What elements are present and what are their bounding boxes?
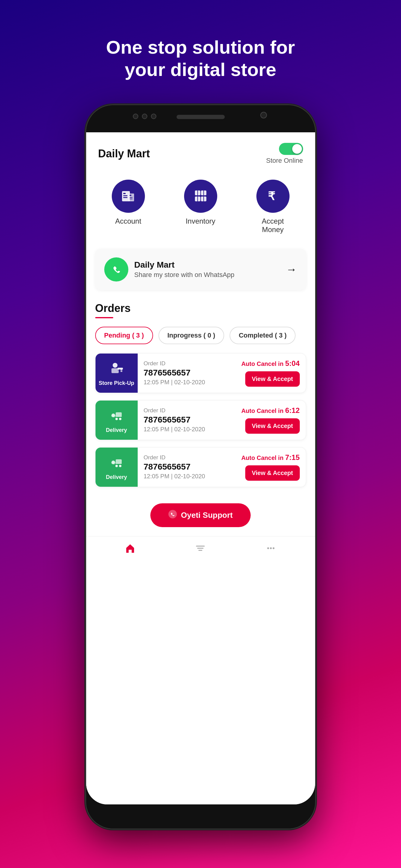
- filter-icon: [195, 542, 206, 557]
- whatsapp-text: Daily Mart Share my store with on WhatsA…: [134, 260, 280, 279]
- svg-rect-21: [121, 368, 122, 372]
- notch-dot-3: [151, 114, 156, 119]
- order-2-id-label: Order ID: [144, 407, 229, 414]
- nav-more[interactable]: [265, 542, 276, 557]
- svg-rect-25: [116, 412, 122, 416]
- phone-screen: Daily Mart Store Online: [86, 132, 315, 804]
- svg-rect-3: [123, 197, 128, 198]
- order-1-id-label: Order ID: [144, 360, 229, 367]
- whatsapp-card[interactable]: Daily Mart Share my store with on WhatsA…: [95, 249, 306, 290]
- phone-bottom-bar: [86, 804, 315, 829]
- order-card-2: Delivery Order ID 7876565657 12:05 PM | …: [95, 400, 306, 440]
- delivery-2-label: Delivery: [106, 474, 127, 480]
- whatsapp-title: Daily Mart: [134, 260, 280, 270]
- order-2-info: Order ID 7876565657 12:05 PM | 02-10-202…: [138, 402, 235, 438]
- order-2-time: 12:05 PM | 02-10-2020: [144, 426, 229, 433]
- icon-item-accept-money[interactable]: ₹ AcceptMoney: [256, 180, 290, 234]
- phone-icon: [168, 510, 177, 521]
- order-3-view-accept[interactable]: View & Accept: [245, 465, 300, 481]
- svg-rect-5: [130, 195, 131, 196]
- order-1-actions: Auto Cancel in 5:04 View & Accept: [235, 354, 306, 392]
- app-header: Daily Mart Store Online: [86, 132, 315, 170]
- notch-dots: [133, 114, 156, 119]
- order-3-id: 7876565657: [144, 462, 229, 472]
- order-3-info: Order ID 7876565657 12:05 PM | 02-10-202…: [138, 449, 235, 485]
- tab-pending[interactable]: Pending ( 3 ): [95, 327, 153, 344]
- svg-point-24: [111, 413, 115, 417]
- svg-point-18: [113, 363, 118, 368]
- orders-underline: [95, 317, 113, 318]
- support-section: Oyeti Support: [86, 497, 315, 536]
- order-card-3: Delivery Order ID 7876565657 12:05 PM | …: [95, 447, 306, 487]
- svg-point-17: [109, 262, 124, 277]
- delivery-icon-2: [109, 454, 124, 472]
- order-type-badge-delivery-1: Delivery: [96, 401, 138, 440]
- app-content: Daily Mart Store Online: [86, 132, 315, 804]
- account-label: Account: [115, 217, 141, 225]
- svg-text:₹: ₹: [268, 190, 275, 203]
- svg-point-30: [111, 461, 115, 464]
- phone-shell: Daily Mart Store Online: [86, 105, 315, 829]
- account-icon: [112, 180, 145, 213]
- orders-title: Orders: [95, 302, 306, 315]
- svg-point-41: [273, 547, 274, 549]
- svg-rect-22: [118, 370, 123, 371]
- toggle-switch[interactable]: [279, 143, 303, 155]
- whatsapp-subtitle: Share my store with on WhatsApp: [134, 271, 280, 279]
- icons-row: Account: [86, 170, 315, 246]
- order-2-auto-cancel: Auto Cancel in 6:12: [241, 406, 300, 415]
- inventory-icon: [184, 180, 217, 213]
- order-2-id: 7876565657: [144, 415, 229, 425]
- svg-point-32: [115, 465, 118, 467]
- svg-rect-1: [123, 193, 126, 194]
- phone-top-bar: [86, 105, 315, 132]
- inventory-label: Inventory: [186, 217, 215, 225]
- order-type-badge-delivery-2: Delivery: [96, 447, 138, 487]
- delivery-1-label: Delivery: [106, 427, 127, 433]
- svg-rect-31: [116, 459, 122, 464]
- order-2-view-accept[interactable]: View & Accept: [245, 418, 300, 434]
- notch-dot-1: [133, 114, 138, 119]
- notch-camera: [260, 112, 267, 119]
- tab-inprogress[interactable]: Inprogress ( 0 ): [159, 327, 225, 344]
- svg-point-40: [270, 547, 272, 549]
- support-label: Oyeti Support: [181, 510, 233, 520]
- support-button[interactable]: Oyeti Support: [151, 503, 251, 527]
- icon-item-inventory[interactable]: Inventory: [184, 180, 217, 234]
- bottom-nav: [86, 536, 315, 563]
- svg-point-27: [119, 418, 122, 420]
- order-1-view-accept[interactable]: View & Accept: [245, 371, 300, 387]
- order-3-id-label: Order ID: [144, 454, 229, 461]
- tab-completed[interactable]: Completed ( 3 ): [230, 327, 296, 344]
- order-1-id: 7876565657: [144, 368, 229, 378]
- icon-item-account[interactable]: Account: [112, 180, 145, 234]
- order-1-time: 12:05 PM | 02-10-2020: [144, 379, 229, 386]
- order-type-badge-pickup: Store Pick-Up: [96, 353, 138, 393]
- svg-rect-6: [130, 197, 133, 198]
- accept-money-label: AcceptMoney: [262, 217, 284, 234]
- order-2-actions: Auto Cancel in 6:12 View & Accept: [235, 401, 306, 438]
- toggle-label: Store Online: [266, 157, 303, 164]
- order-3-time: 12:05 PM | 02-10-2020: [144, 473, 229, 480]
- more-icon: [265, 542, 276, 557]
- svg-rect-2: [123, 195, 128, 196]
- toggle-area: Store Online: [266, 143, 303, 164]
- order-1-auto-cancel: Auto Cancel in 5:04: [241, 359, 300, 368]
- headline: One stop solution for your digital store: [95, 36, 306, 81]
- pickup-label: Store Pick-Up: [99, 380, 134, 386]
- nav-home[interactable]: [125, 542, 136, 557]
- svg-point-26: [115, 418, 118, 420]
- nav-filter[interactable]: [195, 542, 206, 557]
- home-icon: [125, 542, 136, 557]
- accept-money-icon: ₹: [256, 180, 290, 213]
- order-3-actions: Auto Cancel in 7:15 View & Accept: [235, 448, 306, 486]
- filter-tabs: Pending ( 3 ) Inprogress ( 0 ) Completed…: [95, 327, 306, 344]
- notch-dot-2: [142, 114, 147, 119]
- orders-section: Orders Pending ( 3 ) Inprogress ( 0 ) Co…: [86, 299, 315, 497]
- whatsapp-icon: [104, 257, 128, 281]
- svg-point-35: [168, 510, 177, 518]
- app-title: Daily Mart: [98, 147, 150, 160]
- order-3-auto-cancel: Auto Cancel in 7:15: [241, 453, 300, 462]
- svg-point-33: [119, 465, 122, 467]
- order-1-info: Order ID 7876565657 12:05 PM | 02-10-202…: [138, 355, 235, 391]
